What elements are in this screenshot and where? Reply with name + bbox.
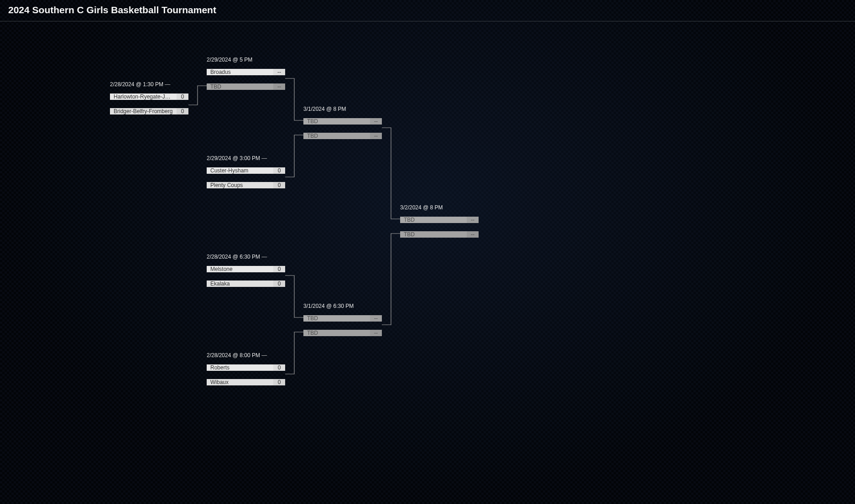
match-team-row: TBD -- [303, 114, 382, 129]
team-score: 0 [273, 266, 285, 272]
team-name: Roberts [207, 364, 273, 371]
match-team-row: Harlowton-Ryegate-Judith 0 [110, 89, 188, 104]
match-team-row: TBD -- [303, 129, 382, 143]
team-score: -- [467, 231, 479, 238]
match-datetime: 3/1/2024 @ 8 PM [303, 106, 382, 112]
match-final[interactable]: 3/2/2024 @ 8 PM TBD -- TBD -- [400, 204, 479, 242]
team-name: TBD [400, 217, 467, 223]
match-datetime: 3/2/2024 @ 8 PM [400, 204, 479, 211]
team-score: 0 [177, 108, 188, 114]
team-name: TBD [400, 231, 467, 238]
match-team-row: TBD -- [400, 227, 479, 242]
match-team-row: Broadus -- [207, 65, 285, 79]
match-datetime: 2/29/2024 @ 5 PM [207, 57, 285, 63]
match-team-row: TBD -- [207, 79, 285, 94]
team-score: -- [370, 315, 382, 322]
team-name: Bridger-Belfry-Fromberg [110, 108, 177, 114]
team-score: 0 [273, 182, 285, 188]
team-name: Melstone [207, 266, 273, 272]
team-score: 0 [177, 94, 188, 100]
team-name: Plenty Coups [207, 182, 273, 188]
match-team-row: Ekalaka 0 [207, 276, 285, 291]
match-round2-game2[interactable]: 2/29/2024 @ 3:00 PM — Custer-Hysham 0 Pl… [207, 155, 285, 192]
match-datetime: 2/28/2024 @ 1:30 PM — [110, 81, 188, 88]
match-semifinal-1[interactable]: 3/1/2024 @ 8 PM TBD -- TBD -- [303, 106, 382, 143]
team-score: 0 [273, 364, 285, 371]
match-team-row: Melstone 0 [207, 262, 285, 276]
team-name: Wibaux [207, 379, 273, 385]
match-round1-game1[interactable]: 2/28/2024 @ 1:30 PM — Harlowton-Ryegate-… [110, 81, 188, 119]
match-datetime: 2/28/2024 @ 8:00 PM — [207, 352, 285, 359]
team-name: Broadus [207, 69, 273, 75]
match-team-row: Plenty Coups 0 [207, 178, 285, 192]
team-name: TBD [303, 133, 370, 139]
team-score: -- [273, 69, 285, 75]
match-round2-game1[interactable]: 2/29/2024 @ 5 PM Broadus -- TBD -- [207, 57, 285, 94]
match-datetime: 2/28/2024 @ 6:30 PM — [207, 254, 285, 260]
bracket-connectors [0, 35, 652, 427]
match-semifinal-2[interactable]: 3/1/2024 @ 6:30 PM TBD -- TBD -- [303, 303, 382, 340]
team-score: 0 [273, 281, 285, 287]
team-name: Custer-Hysham [207, 167, 273, 174]
team-score: 0 [273, 167, 285, 174]
team-score: -- [370, 330, 382, 336]
match-team-row: TBD -- [303, 311, 382, 326]
team-name: TBD [303, 330, 370, 336]
team-name: Ekalaka [207, 281, 273, 287]
match-round2-game4[interactable]: 2/28/2024 @ 8:00 PM — Roberts 0 Wibaux 0 [207, 352, 285, 390]
match-team-row: TBD -- [400, 213, 479, 227]
team-score: -- [370, 133, 382, 139]
match-datetime: 3/1/2024 @ 6:30 PM [303, 303, 382, 309]
match-team-row: TBD -- [303, 326, 382, 340]
match-team-row: Roberts 0 [207, 360, 285, 375]
match-team-row: Wibaux 0 [207, 375, 285, 390]
match-team-row: Bridger-Belfry-Fromberg 0 [110, 104, 188, 119]
team-name: Harlowton-Ryegate-Judith [110, 94, 177, 100]
match-datetime: 2/29/2024 @ 3:00 PM — [207, 155, 285, 161]
team-score: -- [273, 83, 285, 90]
page-header: 2024 Southern C Girls Basketball Tournam… [0, 0, 855, 21]
team-name: TBD [303, 118, 370, 125]
bracket: 2/28/2024 @ 1:30 PM — Harlowton-Ryegate-… [0, 35, 652, 427]
team-score: 0 [273, 379, 285, 385]
team-score: -- [370, 118, 382, 125]
team-score: -- [467, 217, 479, 223]
match-round2-game3[interactable]: 2/28/2024 @ 6:30 PM — Melstone 0 Ekalaka… [207, 254, 285, 291]
team-name: TBD [207, 83, 273, 90]
team-name: TBD [303, 315, 370, 322]
page-title: 2024 Southern C Girls Basketball Tournam… [8, 5, 847, 16]
match-team-row: Custer-Hysham 0 [207, 163, 285, 178]
